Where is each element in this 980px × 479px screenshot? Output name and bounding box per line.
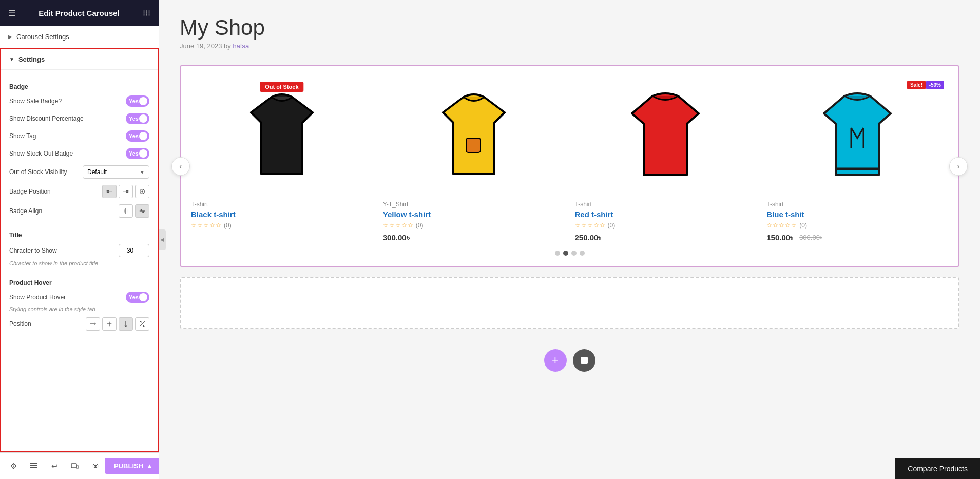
show-discount-toggle[interactable]: Yes [126,113,149,124]
char-to-show-label: Chracter to Show [9,247,57,254]
badge-align-horizontal-btn[interactable] [135,204,149,218]
position-label: Position [9,320,31,328]
eye-icon[interactable]: 👁 [86,457,105,475]
product-price-3: 250.00৳ [575,233,757,242]
grid-icon[interactable]: ⁝⁝⁝ [143,8,150,18]
stop-button[interactable] [573,349,595,372]
settings-title: Settings [18,55,45,63]
badge-align-row: Badge Align [9,204,149,218]
settings-section-header[interactable]: ▼ Settings [1,49,158,70]
product-rating-1: ☆☆☆☆☆ (0) [191,222,373,229]
out-of-stock-label: Out of Stock Visibility [9,168,67,176]
left-panel: ☰ Edit Product Carousel ⁝⁝⁝ ▶ Carousel S… [0,0,159,479]
dot-3[interactable] [571,251,577,256]
show-product-hover-toggle[interactable]: Yes [126,292,149,303]
svg-rect-23 [71,464,76,468]
hamburger-icon[interactable]: ☰ [8,8,15,18]
show-discount-label: Show Discount Percentage [9,115,84,122]
collapse-handle[interactable]: ◀ [159,229,166,250]
add-block-button[interactable]: + [544,349,567,372]
char-helper-text: Chracter to show in the product title [9,260,149,266]
show-discount-row: Show Discount Percentage Yes [9,113,149,124]
carousel-settings-row[interactable]: ▶ Carousel Settings [0,26,159,48]
badge-align-vertical-btn[interactable] [119,204,133,218]
divider-1 [9,224,149,224]
pos-expand-btn[interactable] [135,317,149,331]
show-tag-row: Show Tag Yes [9,130,149,142]
title-section-label: Title [9,232,149,239]
carousel-prev-btn[interactable]: ‹ [171,157,190,176]
gear-icon[interactable]: ⚙ [4,457,23,475]
product-image-4: Sale! -50% [766,76,948,195]
responsive-icon[interactable] [66,457,84,475]
show-stock-label: Show Stock Out Badge [9,150,73,157]
product-image-1: Out of Stock [191,76,373,195]
pos-center-btn[interactable] [102,317,117,331]
dot-4[interactable] [580,251,585,256]
badge-pos-left-btn[interactable] [102,185,117,198]
dropdown-arrow-icon: ▼ [140,169,145,175]
badge-align-buttons [119,204,149,218]
product-name-3: Red t-shirt [575,210,757,219]
badge-pos-right-btn[interactable] [119,185,133,198]
history-icon[interactable]: ↩ [45,457,64,475]
dashed-area [180,277,959,329]
product-image-2 [383,76,565,195]
svg-marker-16 [124,325,127,327]
product-name-1: Black t-shirt [191,210,373,219]
show-stock-toggle[interactable]: Yes [126,148,149,159]
svg-rect-22 [30,463,37,464]
show-product-hover-label: Show Product Hover [9,294,66,301]
publish-button[interactable]: PUBLISH ▲ [105,458,162,474]
panel-header: ☰ Edit Product Carousel ⁝⁝⁝ [0,0,159,26]
dot-2[interactable] [563,251,568,256]
svg-rect-25 [466,138,481,152]
product-card-4: Sale! -50% T-shirt Blue t-shit ☆☆☆☆☆ [766,76,948,242]
out-of-stock-dropdown[interactable]: Default ▼ [83,165,149,179]
bottom-toolbar: ⚙ ↩ 👁 PUBLISH ▲ [0,452,159,479]
product-rating-2: ☆☆☆☆☆ (0) [383,222,565,229]
author-link[interactable]: hafsa [233,42,249,50]
product-price-2: 300.00৳ [383,233,565,242]
compare-products-bar[interactable]: Compare Products [895,458,980,479]
price-row-4: 150.00৳ 300.00৳ [766,233,948,242]
show-sale-badge-row: Show Sale Badge? Yes [9,95,149,107]
dot-1[interactable] [555,251,560,256]
show-sale-badge-label: Show Sale Badge? [9,98,62,105]
product-category-3: T-shirt [575,201,757,208]
pos-left-btn[interactable] [86,317,100,331]
product-rating-4: ☆☆☆☆☆ (0) [766,222,948,229]
char-to-show-input[interactable] [119,244,149,257]
pos-bottom-btn[interactable] [119,317,133,331]
product-hover-section-label: Product Hover [9,279,149,286]
show-sale-badge-toggle[interactable]: Yes [126,95,149,107]
compare-products-label: Compare Products [908,465,968,473]
carousel-settings-label: Carousel Settings [16,33,69,41]
char-to-show-row: Chracter to Show [9,244,149,257]
product-name-4: Blue t-shit [766,210,948,219]
carousel-dots [191,251,948,256]
svg-rect-27 [581,357,588,364]
right-content: My Shop June 19, 2023 by hafsa ‹ › Out o… [159,0,980,479]
carousel-next-btn[interactable]: › [949,157,968,176]
layers-icon[interactable] [25,457,43,475]
panel-title: Edit Product Carousel [39,9,120,17]
badge-pos-custom-btn[interactable] [135,185,149,198]
badge-section-label: Badge [9,83,149,90]
svg-point-9 [141,209,142,211]
toolbar-icons: ⚙ ↩ 👁 [4,457,105,475]
svg-marker-18 [143,325,145,327]
svg-rect-21 [30,467,37,468]
badge-align-label: Badge Align [9,207,42,215]
svg-point-10 [142,211,144,213]
settings-panel: ▼ Settings Badge Show Sale Badge? Yes S [0,48,159,452]
product-card-3: T-shirt Red t-shirt ☆☆☆☆☆ (0) 250.00৳ [575,76,757,242]
product-name-2: Yellow t-shirt [383,210,565,219]
divider-2 [9,272,149,272]
svg-rect-20 [30,465,37,466]
position-row: Position [9,317,149,331]
page-subtitle: June 19, 2023 by hafsa [180,42,959,50]
show-tag-toggle[interactable]: Yes [126,130,149,142]
styling-helper-text: Styling controls are in the style tab [9,306,149,312]
bottom-actions: + [180,349,959,372]
